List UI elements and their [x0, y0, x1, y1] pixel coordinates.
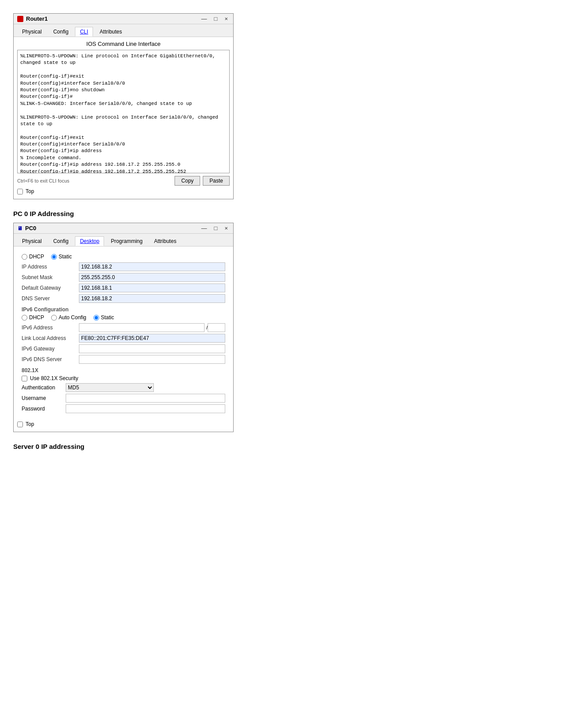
- server0-section-heading: Server 0 IP addressing: [13, 443, 549, 450]
- tab-pc0-desktop[interactable]: Desktop: [75, 236, 104, 246]
- router1-titlebar: Router1 — □ ×: [14, 14, 233, 24]
- tab-attributes[interactable]: Attributes: [95, 27, 127, 37]
- dot1x-checkbox[interactable]: [22, 376, 27, 381]
- restore-button[interactable]: □: [212, 15, 220, 22]
- dns-server-row: DNS Server: [22, 294, 225, 303]
- username-input[interactable]: [66, 394, 225, 403]
- ipv6-radio-row: DHCP Auto Config Static: [22, 314, 225, 321]
- username-label: Username: [22, 395, 66, 401]
- link-local-label: Link Local Address: [22, 335, 79, 341]
- ipv6-autoconfig-radio[interactable]: [51, 315, 57, 321]
- cli-hint: Ctrl+F6 to exit CLI focus: [17, 178, 69, 183]
- auth-select[interactable]: MD5: [66, 383, 154, 392]
- pc0-close-button[interactable]: ×: [223, 225, 230, 231]
- ipv6-gateway-label: IPv6 Gateway: [22, 346, 79, 352]
- default-gateway-row: Default Gateway: [22, 284, 225, 292]
- dhcp-label: DHCP: [29, 254, 44, 260]
- minimize-button[interactable]: —: [200, 15, 209, 22]
- default-gateway-label: Default Gateway: [22, 285, 79, 291]
- tab-cli[interactable]: CLI: [75, 27, 93, 37]
- pc0-top-row: Top: [17, 418, 230, 428]
- router1-title: Router1: [17, 15, 48, 22]
- ipv6-address-input[interactable]: [79, 323, 205, 332]
- subnet-mask-label: Subnet Mask: [22, 274, 79, 280]
- top-row: Top: [17, 186, 230, 195]
- dns-server-input[interactable]: [79, 294, 225, 303]
- top-checkbox[interactable]: [17, 189, 23, 194]
- router1-content: IOS Command Line Interface %LINEPROTO-5-…: [14, 37, 233, 199]
- pc0-top-checkbox[interactable]: [17, 422, 23, 427]
- tab-physical[interactable]: Physical: [17, 27, 47, 37]
- dot1x-check-row: Use 802.1X Security: [22, 375, 225, 381]
- pc-icon: 🖥: [17, 225, 22, 231]
- dhcp-radio[interactable]: [22, 254, 27, 260]
- pc0-content: DHCP Static IP Address Subnet Mask Defau…: [14, 246, 233, 432]
- auth-row: Authentication MD5: [22, 383, 225, 392]
- pc0-window: 🖥 PC0 — □ × Physical Config Desktop Prog…: [13, 223, 234, 432]
- pc0-minimize-button[interactable]: —: [200, 225, 209, 231]
- ipv6-static-label: Static: [101, 314, 114, 321]
- password-input[interactable]: [66, 404, 225, 413]
- ip-address-row: IP Address: [22, 262, 225, 271]
- router1-tabs: Physical Config CLI Attributes: [14, 24, 233, 37]
- pc0-restore-button[interactable]: □: [212, 225, 220, 231]
- ip-address-input[interactable]: [79, 262, 225, 271]
- tab-pc0-physical[interactable]: Physical: [17, 236, 47, 246]
- link-local-input[interactable]: [79, 334, 225, 343]
- ipv6-prefix-input[interactable]: [208, 323, 225, 332]
- tab-pc0-programming[interactable]: Programming: [106, 236, 147, 246]
- router1-controls: — □ ×: [200, 15, 230, 22]
- dns-server-label: DNS Server: [22, 295, 79, 302]
- password-row: Password: [22, 404, 225, 413]
- router1-title-label: Router1: [26, 15, 48, 22]
- ipv6-gateway-input[interactable]: [79, 344, 225, 353]
- top-label: Top: [26, 188, 34, 194]
- copy-button[interactable]: Copy: [175, 176, 200, 186]
- router1-window: Router1 — □ × Physical Config CLI Attrib…: [13, 13, 234, 199]
- static-radio[interactable]: [51, 254, 57, 260]
- cli-section-title: IOS Command Line Interface: [17, 41, 230, 47]
- tab-config[interactable]: Config: [48, 27, 74, 37]
- tab-pc0-attributes[interactable]: Attributes: [149, 236, 181, 246]
- ipv6-autoconfig-label: Auto Config: [59, 314, 86, 321]
- ipv6-static-radio[interactable]: [93, 315, 99, 321]
- cli-footer: Ctrl+F6 to exit CLI focus Copy Paste: [17, 176, 230, 186]
- pc0-controls: — □ ×: [200, 225, 230, 231]
- pc0-title-label: PC0: [25, 225, 36, 231]
- pc0-section-heading: PC 0 IP Addressing: [13, 210, 549, 217]
- ipv6-dhcp-label: DHCP: [29, 314, 44, 321]
- ipv4-radio-row: DHCP Static: [22, 254, 225, 260]
- subnet-mask-row: Subnet Mask: [22, 273, 225, 282]
- ipv6-gateway-row: IPv6 Gateway: [22, 344, 225, 353]
- ipv6-dns-input[interactable]: [79, 355, 225, 364]
- subnet-mask-input[interactable]: [79, 273, 225, 282]
- ipv6-static-group: Static: [93, 314, 114, 321]
- username-row: Username: [22, 394, 225, 403]
- dhcp-radio-group: DHCP: [22, 254, 44, 260]
- static-radio-group: Static: [51, 254, 72, 260]
- pc0-tabs: Physical Config Desktop Programming Attr…: [14, 234, 233, 246]
- ipv6-dhcp-radio[interactable]: [22, 315, 27, 321]
- close-button[interactable]: ×: [223, 15, 230, 22]
- ipv6-address-row: IPv6 Address /: [22, 323, 225, 332]
- link-local-row: Link Local Address: [22, 334, 225, 343]
- paste-button[interactable]: Paste: [203, 176, 230, 186]
- ipv6-section-label: IPv6 Configuration: [22, 306, 225, 313]
- dot1x-use-label: Use 802.1X Security: [30, 375, 78, 381]
- password-label: Password: [22, 406, 66, 412]
- ipv6-dns-row: IPv6 DNS Server: [22, 355, 225, 364]
- ipv6-address-label: IPv6 Address: [22, 325, 79, 331]
- pc0-title-bar: 🖥 PC0: [17, 225, 36, 231]
- tab-pc0-config[interactable]: Config: [48, 236, 74, 246]
- static-label: Static: [59, 254, 72, 260]
- ipv6-autoconfig-group: Auto Config: [51, 314, 86, 321]
- ipv6-dhcp-group: DHCP: [22, 314, 44, 321]
- cli-output[interactable]: %LINEPROTO-5-UPDOWN: Line protocol on In…: [17, 50, 230, 173]
- pc0-top-label: Top: [26, 421, 34, 427]
- default-gateway-input[interactable]: [79, 284, 225, 292]
- ip-address-label: IP Address: [22, 264, 79, 270]
- ip-config-area: DHCP Static IP Address Subnet Mask Defau…: [17, 250, 230, 418]
- pc0-titlebar: 🖥 PC0 — □ ×: [14, 223, 233, 234]
- auth-label: Authentication: [22, 385, 66, 391]
- cli-buttons: Copy Paste: [175, 176, 230, 186]
